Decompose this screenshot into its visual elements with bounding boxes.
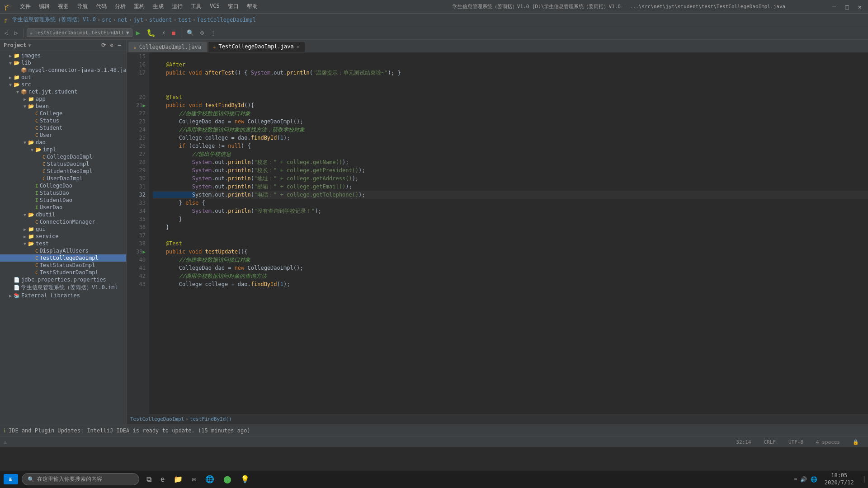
tree-item-jdbc-properties[interactable]: 📄 jdbc.properties.properties: [0, 276, 126, 283]
start-button[interactable]: ⊞: [4, 474, 18, 484]
tree-item-dao[interactable]: ▼ 📂 dao: [0, 139, 126, 146]
tree-item-impl[interactable]: ▼ 📂 impl: [0, 146, 126, 153]
tree-item-teststatusdaoimpl[interactable]: C TestStatusDaoImpl: [0, 262, 126, 269]
taskbar-search-box[interactable]: 🔍 在这里输入你要搜索的内容: [22, 473, 139, 485]
menu-run[interactable]: 运行: [168, 1, 186, 12]
code-line-40: //创建学校数据访问接口对象: [153, 256, 868, 264]
code-editor[interactable]: @After public void afterTest() { System.…: [149, 52, 868, 414]
editor-bc-class[interactable]: TestCollegeDaoImpl: [130, 416, 184, 422]
menu-edit[interactable]: 编辑: [35, 1, 53, 12]
breadcrumb-test[interactable]: test: [178, 17, 191, 23]
tree-item-out[interactable]: ▶ 📁 out: [0, 74, 126, 81]
run-gutter-21[interactable]: ▶: [142, 103, 146, 108]
tree-item-displayallusers[interactable]: C DisplayAllUsers: [0, 247, 126, 254]
breadcrumb-sep-5: ›: [173, 17, 176, 23]
tree-item-src[interactable]: ▼ 📂 src: [0, 81, 126, 88]
code-container[interactable]: 15 16 17 20 21 ▶ 22 23 24 25 26 27 28 29…: [127, 52, 868, 414]
ln-19: [127, 85, 149, 93]
tree-item-statusdao[interactable]: I StatusDao: [0, 189, 126, 197]
sync-icon[interactable]: ⟳: [100, 42, 107, 49]
menu-vcs[interactable]: VCS: [206, 1, 223, 12]
menu-build[interactable]: 生成: [149, 1, 167, 12]
breadcrumb-student[interactable]: student: [149, 17, 172, 23]
breadcrumb-project[interactable]: 学生信息管理系统（姜雨括）V1.0: [12, 16, 96, 23]
tree-item-service[interactable]: ▶ 📁 service: [0, 233, 126, 240]
menu-file[interactable]: 文件: [16, 1, 34, 12]
menu-navigate[interactable]: 导航: [73, 1, 91, 12]
encoding[interactable]: UTF-8: [788, 439, 803, 445]
search-everywhere-btn[interactable]: 🔍: [184, 28, 197, 38]
breadcrumb-net[interactable]: net: [118, 17, 127, 23]
collapse-icon[interactable]: –: [117, 42, 123, 49]
ie-icon[interactable]: 🌐: [202, 473, 218, 485]
edge-icon[interactable]: e: [157, 473, 169, 485]
tree-item-status[interactable]: C Status: [0, 117, 126, 124]
out-folder-icon: 📁: [14, 75, 20, 80]
line-separator[interactable]: CRLF: [764, 439, 776, 445]
indent-size[interactable]: 4 spaces: [816, 439, 840, 445]
menu-view[interactable]: 视图: [54, 1, 72, 12]
show-desktop-btn[interactable]: ▕: [861, 476, 864, 483]
taskview-button[interactable]: ⧉: [143, 473, 155, 485]
tree-item-collegedao[interactable]: I CollegeDao: [0, 182, 126, 189]
tree-item-statusdaoimpl[interactable]: C StatusDaoImpl: [0, 160, 126, 168]
menu-code[interactable]: 代码: [92, 1, 110, 12]
tree-item-userdaoimpl[interactable]: C UserDaoImpl: [0, 175, 126, 182]
tree-item-test[interactable]: ▼ 📂 test: [0, 240, 126, 247]
tree-item-collegedaoimpl[interactable]: C CollegeDaoImpl: [0, 153, 126, 160]
more-toolbar-btn[interactable]: ⋮: [208, 28, 219, 38]
gear-icon[interactable]: ⚙: [109, 42, 115, 49]
menu-analyze[interactable]: 分析: [111, 1, 129, 12]
tab-testcollegedaoimpl[interactable]: ☕ TestCollegeDaoImpl.java ✕: [208, 41, 305, 52]
tab-collegedaoimpl[interactable]: ☕ CollegeDaoImpl.java: [128, 42, 207, 52]
tree-item-testcollegedaoimpl[interactable]: C TestCollegeDaoImpl: [0, 254, 126, 262]
breadcrumb-src[interactable]: src: [102, 17, 112, 23]
editor-bc-method[interactable]: testFindById(): [190, 416, 232, 422]
tree-item-package[interactable]: ▼ 📦 net.jyt.student: [0, 88, 126, 95]
tree-item-gui[interactable]: ▶ 📁 gui: [0, 225, 126, 233]
chrome-icon[interactable]: ⬤: [220, 473, 235, 485]
tree-item-userdao[interactable]: I UserDao: [0, 204, 126, 211]
menu-refactor[interactable]: 重构: [130, 1, 148, 12]
tree-item-bean[interactable]: ▼ 📂 bean: [0, 103, 126, 110]
toolbar-back-btn[interactable]: ◁: [2, 28, 11, 38]
run-button[interactable]: ▶: [133, 27, 143, 38]
tree-item-college[interactable]: C College: [0, 110, 126, 117]
tree-item-mysql-jar[interactable]: 📦 mysql-connector-java-5.1.48.jar: [0, 66, 126, 74]
project-panel: Project ▼ ⟳ ⚙ – ▶ 📁 images ▼ 📂 lib: [0, 40, 127, 424]
tree-item-connectionmanager[interactable]: C ConnectionManager: [0, 218, 126, 225]
tree-item-teststudenrdaoimpl[interactable]: C TestStudenrDaoImpl: [0, 269, 126, 276]
maximize-button[interactable]: □: [842, 3, 851, 10]
menu-help[interactable]: 帮助: [243, 1, 261, 12]
menu-tools[interactable]: 工具: [187, 1, 205, 12]
tree-item-user[interactable]: C User: [0, 131, 126, 139]
breadcrumb-file[interactable]: TestCollegeDaoImpl: [197, 17, 256, 23]
tree-item-student[interactable]: C Student: [0, 124, 126, 131]
explorer-icon[interactable]: 📁: [170, 473, 186, 485]
breadcrumb-sep-6: ›: [193, 17, 196, 23]
menu-window[interactable]: 窗口: [224, 1, 242, 12]
tree-item-studentdao[interactable]: I StudentDao: [0, 197, 126, 204]
src-folder-icon: 📂: [14, 82, 20, 88]
run-with-coverage-btn[interactable]: ⚡: [159, 28, 168, 38]
tree-item-studentdaoimpl[interactable]: C StudentDaoImpl: [0, 168, 126, 175]
idea-icon[interactable]: 💡: [237, 473, 253, 485]
ln-25: 25: [127, 134, 149, 142]
close-button[interactable]: ✕: [855, 3, 864, 10]
tree-item-iml[interactable]: 📄 学生信息管理系统（姜雨括）V1.0.iml: [0, 283, 126, 292]
toolbar: ◁ ▷ ☕ TestStudenrDaoImpl.testFindAll ▼ ▶…: [0, 26, 868, 40]
settings-btn[interactable]: ⚙: [198, 28, 207, 38]
run-config-select[interactable]: ☕ TestStudenrDaoImpl.testFindAll ▼: [27, 28, 132, 37]
stop-button[interactable]: ■: [169, 28, 178, 38]
tab-close-2[interactable]: ✕: [297, 44, 299, 49]
debug-button[interactable]: 🐛: [144, 27, 158, 38]
tree-item-images[interactable]: ▶ 📁 images: [0, 52, 126, 59]
tree-item-lib[interactable]: ▼ 📂 lib: [0, 59, 126, 66]
tree-item-dbutil[interactable]: ▼ 📂 dbutil: [0, 211, 126, 218]
mail-icon[interactable]: ✉: [188, 473, 200, 485]
tree-item-external-libs[interactable]: ▶ 📚 External Libraries: [0, 292, 126, 299]
tree-item-app[interactable]: ▶ 📁 app: [0, 95, 126, 103]
minimize-button[interactable]: ─: [830, 3, 839, 10]
breadcrumb-jyt[interactable]: jyt: [133, 17, 143, 23]
toolbar-forward-btn[interactable]: ▷: [12, 28, 21, 38]
